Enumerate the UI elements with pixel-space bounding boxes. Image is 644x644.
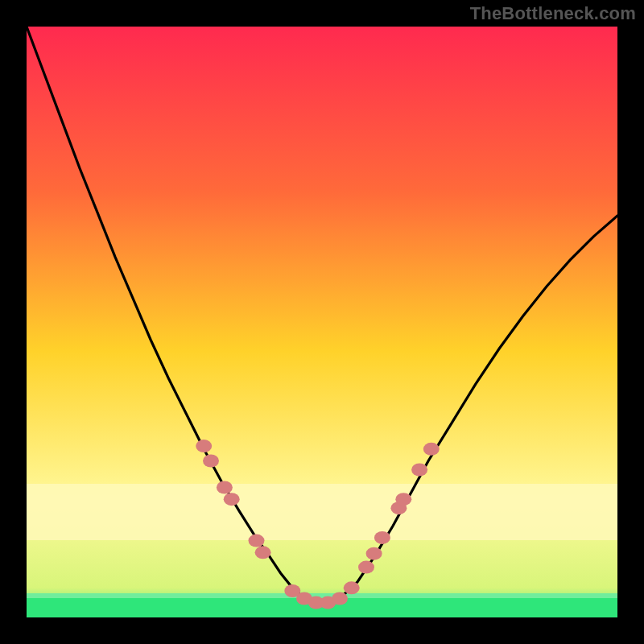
data-marker — [332, 592, 348, 605]
data-marker — [224, 493, 240, 506]
data-marker — [423, 443, 440, 456]
data-marker — [344, 581, 360, 594]
data-marker — [366, 547, 382, 560]
data-marker — [249, 535, 265, 547]
watermark-text: TheBottleneck.com — [470, 3, 636, 24]
green-band-light — [27, 593, 617, 598]
data-marker — [411, 464, 427, 477]
data-marker — [358, 561, 374, 574]
pale-band — [27, 484, 617, 540]
data-marker — [203, 455, 219, 468]
data-marker — [255, 546, 271, 559]
data-marker — [196, 440, 212, 452]
chart-svg — [27, 27, 617, 617]
data-marker — [395, 493, 411, 506]
chart-frame: TheBottleneck.com — [0, 0, 644, 644]
data-marker — [217, 481, 233, 494]
data-marker — [374, 531, 390, 544]
plot-area — [27, 27, 617, 617]
